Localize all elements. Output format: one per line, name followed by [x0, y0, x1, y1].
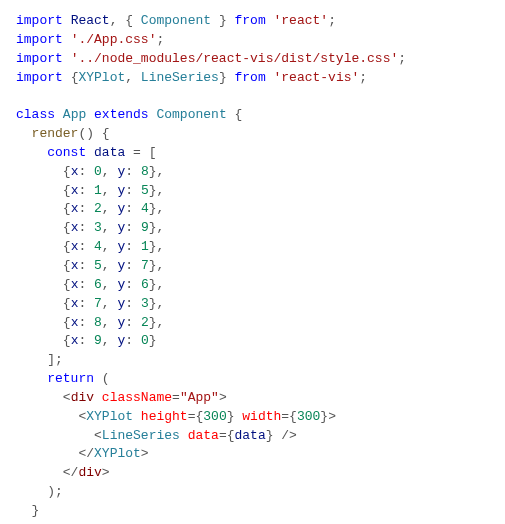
react-ident: React [71, 13, 110, 28]
kw-const: const [47, 145, 86, 160]
classname-attr: className [102, 390, 172, 405]
app-class: App [63, 107, 86, 122]
data-var: data [94, 145, 125, 160]
str-reactvis: 'react-vis' [274, 70, 360, 85]
y0: 8 [141, 164, 149, 179]
str-appcss: './App.css' [71, 32, 157, 47]
height-val: 300 [203, 409, 226, 424]
width-attr: width [242, 409, 281, 424]
xyplot-ident: XYPlot [78, 70, 125, 85]
kw-extends: extends [94, 107, 149, 122]
div-tag: div [71, 390, 94, 405]
height-attr: height [141, 409, 188, 424]
kw-import: import [16, 13, 63, 28]
str-stylecss: '../node_modules/react-vis/dist/style.cs… [71, 51, 399, 66]
kw-return: return [47, 371, 94, 386]
lineseries-tag: LineSeries [102, 428, 180, 443]
data-attr: data [188, 428, 219, 443]
str-react: 'react' [274, 13, 329, 28]
render-fn: render [32, 126, 79, 141]
kw-class: class [16, 107, 55, 122]
width-val: 300 [297, 409, 320, 424]
x0: 0 [94, 164, 102, 179]
classname-val: "App" [180, 390, 219, 405]
lineseries-ident: LineSeries [141, 70, 219, 85]
component-ident: Component [141, 13, 211, 28]
xyplot-tag: XYPlot [86, 409, 133, 424]
code-block: import React, { Component } from 'react'… [16, 12, 489, 521]
